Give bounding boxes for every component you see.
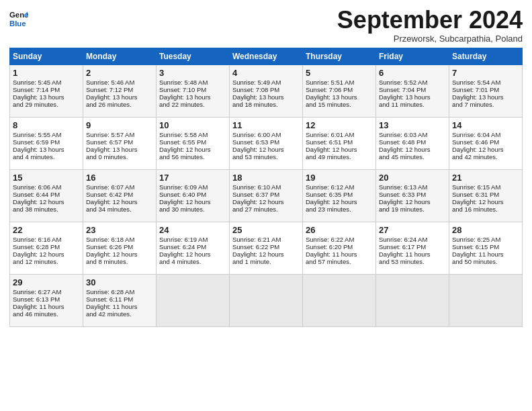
daylight-text-2: and 46 minutes. <box>13 310 58 318</box>
sunset-text: Sunset: 6:22 PM <box>232 243 279 250</box>
day-number: 27 <box>379 225 446 235</box>
day-number: 4 <box>232 68 300 78</box>
sunset-text: Sunset: 6:59 PM <box>13 138 60 146</box>
sunset-text: Sunset: 6:53 PM <box>232 138 279 146</box>
daylight-text: Daylight: 13 hours <box>232 93 284 101</box>
day-number: 24 <box>159 225 226 235</box>
daylight-text-2: and 45 minutes. <box>379 153 425 161</box>
table-row: 16Sunrise: 6:07 AMSunset: 6:42 PMDayligh… <box>83 169 157 222</box>
day-number: 25 <box>232 225 300 235</box>
sunrise-text: Sunrise: 6:28 AM <box>86 288 134 295</box>
sunrise-text: Sunrise: 5:46 AM <box>86 79 134 86</box>
calendar-week-row: 8Sunrise: 5:55 AMSunset: 6:59 PMDaylight… <box>10 117 523 169</box>
table-row: 4Sunrise: 5:49 AMSunset: 7:08 PMDaylight… <box>230 64 303 117</box>
sunset-text: Sunset: 6:24 PM <box>159 243 206 250</box>
daylight-text: Daylight: 11 hours <box>452 250 504 258</box>
th-tuesday: Tuesday <box>157 48 230 64</box>
table-row: 1Sunrise: 5:45 AMSunset: 7:14 PMDaylight… <box>10 64 83 117</box>
sunset-text: Sunset: 6:44 PM <box>13 191 60 198</box>
day-number: 10 <box>159 120 226 130</box>
table-row: 18Sunrise: 6:10 AMSunset: 6:37 PMDayligh… <box>230 169 303 222</box>
daylight-text-2: and 27 minutes. <box>232 205 278 213</box>
daylight-text-2: and 57 minutes. <box>306 258 351 265</box>
sunrise-text: Sunrise: 6:00 AM <box>232 131 281 138</box>
daylight-text: Daylight: 12 hours <box>379 198 431 205</box>
table-row: 26Sunrise: 6:22 AMSunset: 6:20 PMDayligh… <box>303 222 376 274</box>
th-sunday: Sunday <box>10 48 83 64</box>
day-number: 18 <box>232 173 300 183</box>
daylight-text: Daylight: 13 hours <box>13 146 64 153</box>
daylight-text: Daylight: 13 hours <box>13 93 64 101</box>
sunset-text: Sunset: 6:13 PM <box>13 295 60 303</box>
daylight-text: Daylight: 12 hours <box>13 198 64 205</box>
daylight-text-2: and 0 minutes. <box>86 153 128 161</box>
day-number: 26 <box>306 225 373 235</box>
sunset-text: Sunset: 7:10 PM <box>159 86 206 93</box>
table-row: 2Sunrise: 5:46 AMSunset: 7:12 PMDaylight… <box>83 64 157 117</box>
sunrise-text: Sunrise: 5:49 AM <box>232 79 281 86</box>
table-row: 15Sunrise: 6:06 AMSunset: 6:44 PMDayligh… <box>10 169 83 222</box>
day-number: 11 <box>232 120 300 130</box>
daylight-text: Daylight: 11 hours <box>306 250 357 258</box>
table-row <box>157 274 230 326</box>
daylight-text: Daylight: 13 hours <box>306 93 357 101</box>
daylight-text: Daylight: 12 hours <box>86 250 138 258</box>
daylight-text-2: and 34 minutes. <box>86 205 132 213</box>
daylight-text: Daylight: 11 hours <box>13 303 64 310</box>
daylight-text: Daylight: 12 hours <box>232 146 284 153</box>
calendar-week-row: 22Sunrise: 6:16 AMSunset: 6:28 PMDayligh… <box>10 222 523 274</box>
daylight-text-2: and 29 minutes. <box>13 101 58 108</box>
table-row: 6Sunrise: 5:52 AMSunset: 7:04 PMDaylight… <box>376 64 449 117</box>
sunrise-text: Sunrise: 6:22 AM <box>306 236 354 243</box>
sunset-text: Sunset: 7:04 PM <box>379 86 426 93</box>
sunrise-text: Sunrise: 6:04 AM <box>452 131 500 138</box>
day-number: 23 <box>86 225 153 235</box>
sunrise-text: Sunrise: 6:10 AM <box>232 183 281 191</box>
daylight-text-2: and 53 minutes. <box>232 153 278 161</box>
day-number: 20 <box>379 173 446 183</box>
sunset-text: Sunset: 6:11 PM <box>86 295 133 303</box>
sunrise-text: Sunrise: 6:09 AM <box>159 183 208 191</box>
sunset-text: Sunset: 6:15 PM <box>452 243 499 250</box>
calendar-container: General Blue September 2024 Przeworsk, S… <box>0 0 532 334</box>
logo: General Blue <box>9 9 30 28</box>
sunset-text: Sunset: 6:20 PM <box>306 243 353 250</box>
title-block: September 2024 Przeworsk, Subcarpathia, … <box>337 7 523 44</box>
daylight-text-2: and 11 minutes. <box>379 101 425 108</box>
day-number: 21 <box>452 173 519 183</box>
sunset-text: Sunset: 6:51 PM <box>306 138 353 146</box>
day-number: 30 <box>86 277 153 287</box>
sunrise-text: Sunrise: 5:54 AM <box>452 79 500 86</box>
sunrise-text: Sunrise: 6:25 AM <box>452 236 500 243</box>
daylight-text-2: and 22 minutes. <box>159 101 205 108</box>
month-title: September 2024 <box>337 7 523 34</box>
day-number: 6 <box>379 68 446 78</box>
daylight-text-2: and 26 minutes. <box>86 101 132 108</box>
calendar-week-row: 15Sunrise: 6:06 AMSunset: 6:44 PMDayligh… <box>10 169 523 222</box>
sunrise-text: Sunrise: 6:13 AM <box>379 183 427 191</box>
daylight-text-2: and 56 minutes. <box>159 153 205 161</box>
sunset-text: Sunset: 6:28 PM <box>13 243 60 250</box>
day-number: 15 <box>13 173 80 183</box>
location-subtitle: Przeworsk, Subcarpathia, Poland <box>337 34 523 44</box>
day-number: 28 <box>452 225 519 235</box>
th-saturday: Saturday <box>449 48 523 64</box>
daylight-text: Daylight: 11 hours <box>379 250 431 258</box>
sunrise-text: Sunrise: 6:27 AM <box>13 288 61 295</box>
daylight-text: Daylight: 12 hours <box>306 198 357 205</box>
table-row <box>449 274 523 326</box>
table-row: 22Sunrise: 6:16 AMSunset: 6:28 PMDayligh… <box>10 222 83 274</box>
table-row: 12Sunrise: 6:01 AMSunset: 6:51 PMDayligh… <box>303 117 376 169</box>
th-wednesday: Wednesday <box>230 48 303 64</box>
day-number: 14 <box>452 120 519 130</box>
sunrise-text: Sunrise: 5:51 AM <box>306 79 354 86</box>
daylight-text-2: and 23 minutes. <box>306 205 351 213</box>
daylight-text: Daylight: 13 hours <box>86 93 138 101</box>
sunrise-text: Sunrise: 6:18 AM <box>86 236 134 243</box>
daylight-text-2: and 1 minute. <box>232 258 271 265</box>
sunrise-text: Sunrise: 5:58 AM <box>159 131 208 138</box>
daylight-text-2: and 53 minutes. <box>379 258 425 265</box>
table-row: 9Sunrise: 5:57 AMSunset: 6:57 PMDaylight… <box>83 117 157 169</box>
calendar-table: Sunday Monday Tuesday Wednesday Thursday… <box>9 48 523 327</box>
daylight-text: Daylight: 12 hours <box>452 198 504 205</box>
